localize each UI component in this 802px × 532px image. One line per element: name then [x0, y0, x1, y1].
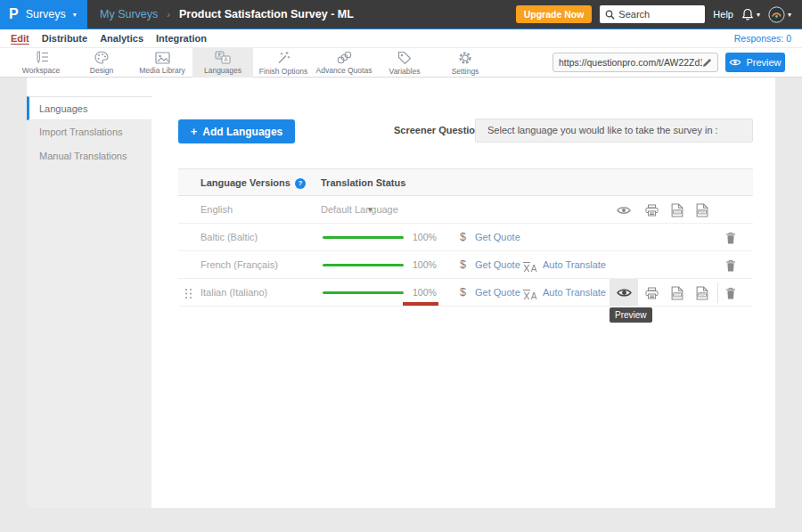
- column-translation-status: Translation Status: [321, 169, 405, 196]
- annotation-red-underline: [403, 302, 438, 306]
- language-name: Italian (Italiano): [200, 279, 267, 307]
- toolbar-item-languages[interactable]: A Languages: [192, 48, 253, 78]
- translation-progress-bar: [323, 291, 404, 294]
- tab-analytics[interactable]: Analytics: [100, 33, 143, 44]
- palette-icon: [94, 51, 109, 64]
- table-row-english: English ▾ Default Language: [178, 196, 753, 224]
- svg-text:DOC: DOC: [674, 210, 681, 214]
- toolbar-item-finish-options[interactable]: Finish Options: [253, 48, 314, 78]
- svg-text:PDF: PDF: [700, 293, 706, 297]
- top-bar: P Surveys ▾ My Surveys › Product Satisfa…: [0, 0, 802, 29]
- survey-url: https://questionpro.com/t/AW22Zd1S1: [559, 57, 702, 68]
- delete-language-button[interactable]: [720, 255, 741, 276]
- languages-panel: Languages Import Translations Manual Tra…: [27, 78, 775, 508]
- chevron-down-icon: ▾: [788, 11, 791, 19]
- screener-question-select[interactable]: Select language you would like to take t…: [475, 119, 753, 143]
- print-language-button[interactable]: [641, 200, 662, 221]
- pdf-file-icon: PDF: [696, 203, 708, 217]
- workspace-icon: [34, 51, 49, 64]
- breadcrumb-separator-icon: ›: [167, 9, 170, 20]
- avatar: [768, 6, 785, 23]
- toolbar-item-settings[interactable]: Settings: [435, 48, 495, 78]
- pdf-file-icon: PDF: [696, 286, 708, 300]
- notifications-menu[interactable]: ▾: [741, 8, 760, 21]
- plus-icon: +: [191, 125, 198, 138]
- auto-translate-icon: A: [522, 288, 537, 304]
- tab-integration[interactable]: Integration: [156, 33, 207, 44]
- breadcrumb: My Surveys › Product Satisfaction Survey…: [100, 8, 354, 20]
- questionpro-logo-icon: P: [9, 6, 19, 22]
- languages-page: Languages Import Translations Manual Tra…: [0, 78, 802, 532]
- dollar-icon: $: [460, 224, 466, 251]
- sidebar-item-languages[interactable]: Languages: [27, 96, 151, 120]
- svg-text:A: A: [224, 56, 228, 62]
- get-quote-link[interactable]: Get Quote: [475, 251, 520, 279]
- survey-url-box[interactable]: https://questionpro.com/t/AW22Zd1S1: [552, 53, 718, 72]
- drag-handle[interactable]: [184, 287, 192, 303]
- languages-sidebar: Languages Import Translations Manual Tra…: [27, 96, 151, 508]
- export-doc-button[interactable]: DOC: [667, 282, 688, 304]
- gear-icon: [458, 51, 472, 65]
- edit-url-pencil-icon[interactable]: [702, 58, 712, 68]
- language-name: English: [200, 196, 233, 224]
- doc-file-icon: DOC: [671, 203, 683, 217]
- image-icon: [155, 52, 170, 64]
- screener-question-label: Screener Question :: [394, 125, 487, 135]
- table-row-french: French (Français) 100% $ Get Quote A Aut…: [178, 251, 753, 279]
- printer-icon: [645, 287, 659, 299]
- translation-progress-bar: [323, 264, 404, 266]
- dollar-icon: $: [460, 251, 466, 279]
- sidebar-item-import-translations[interactable]: Import Translations: [27, 120, 151, 144]
- upgrade-now-button[interactable]: Upgrade Now: [516, 5, 593, 23]
- translation-progress-bar: [323, 236, 404, 239]
- language-name: French (Français): [200, 251, 278, 279]
- export-pdf-button[interactable]: PDF: [692, 282, 713, 304]
- svg-text:PDF: PDF: [700, 210, 706, 214]
- tab-edit[interactable]: Edit: [11, 33, 29, 44]
- survey-nav-tabs: Edit Distribute Analytics Integration Re…: [0, 29, 802, 48]
- add-languages-button[interactable]: + Add Languages: [178, 119, 295, 143]
- doc-file-icon: DOC: [671, 286, 683, 300]
- preview-button[interactable]: Preview: [725, 53, 785, 72]
- get-quote-link[interactable]: Get Quote: [475, 279, 520, 307]
- responses-count[interactable]: Responses: 0: [734, 33, 802, 44]
- translate-icon: A: [215, 51, 231, 64]
- trash-icon: [725, 287, 736, 299]
- help-link[interactable]: Help: [713, 9, 733, 20]
- global-search[interactable]: [600, 5, 705, 23]
- toolbar-item-variables[interactable]: Variables: [374, 48, 435, 78]
- export-doc-button[interactable]: DOC: [667, 200, 688, 221]
- toolbar-item-advance-quotas[interactable]: Advance Quotas: [314, 48, 374, 78]
- help-icon[interactable]: ?: [295, 178, 306, 189]
- search-input[interactable]: [618, 9, 699, 20]
- tab-distribute[interactable]: Distribute: [42, 33, 87, 44]
- svg-text:A: A: [531, 291, 537, 300]
- account-menu[interactable]: ▾: [768, 6, 791, 23]
- preview-language-button[interactable]: [613, 200, 634, 221]
- print-language-button[interactable]: [641, 282, 662, 304]
- auto-translate-link[interactable]: Auto Translate: [543, 251, 606, 279]
- trash-icon: [725, 232, 736, 244]
- surveys-menu-label: Surveys: [26, 8, 66, 20]
- bell-icon: [741, 8, 754, 21]
- export-pdf-button[interactable]: PDF: [692, 200, 713, 221]
- product-switcher[interactable]: P Surveys ▾: [0, 0, 87, 29]
- get-quote-link[interactable]: Get Quote: [475, 224, 520, 251]
- delete-language-button[interactable]: [720, 227, 741, 249]
- table-row-baltic: Baltic (Baltic) 100% $ Get Quote: [178, 224, 753, 251]
- preview-language-button[interactable]: [610, 279, 638, 307]
- translation-percent: 100%: [413, 224, 437, 251]
- toolbar-item-workspace[interactable]: Workspace: [11, 48, 71, 78]
- toolbar-item-design[interactable]: Design: [71, 48, 132, 78]
- search-icon: [605, 10, 615, 20]
- toolbar-item-media-library[interactable]: Media Library: [132, 48, 192, 78]
- tag-icon: [397, 51, 412, 65]
- breadcrumb-my-surveys[interactable]: My Surveys: [100, 8, 158, 20]
- dollar-icon: $: [460, 279, 466, 307]
- svg-text:A: A: [531, 264, 537, 273]
- default-language-label: Default Language: [321, 196, 398, 224]
- sidebar-item-manual-translations[interactable]: Manual Translations: [27, 144, 151, 168]
- delete-language-button[interactable]: [720, 282, 741, 304]
- preview-tooltip: Preview: [610, 307, 652, 323]
- auto-translate-link[interactable]: Auto Translate: [543, 279, 606, 307]
